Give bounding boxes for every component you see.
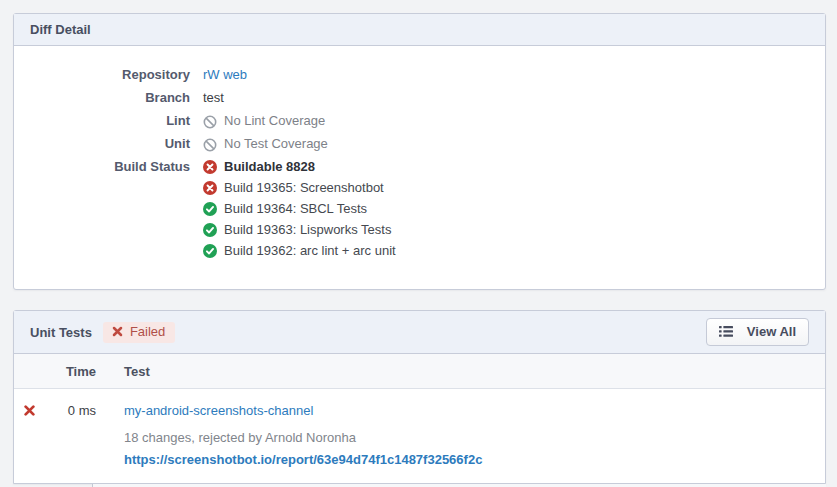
property-row-unit: Unit No Test Coverage xyxy=(14,136,809,152)
build-status-label: Build Status xyxy=(14,159,190,175)
test-name-link[interactable]: my-android-screenshots-channel xyxy=(124,403,313,418)
unit-tests-title: Unit Tests xyxy=(30,325,92,340)
build-name: Build 19362: arc lint + arc unit xyxy=(224,243,396,259)
build-name: Build 19365: Screenshotbot xyxy=(224,180,384,196)
list-icon xyxy=(719,325,733,338)
ban-icon xyxy=(203,138,217,152)
circle-x-icon xyxy=(203,160,217,174)
circle-check-icon xyxy=(203,244,217,258)
circle-check-icon xyxy=(203,223,217,237)
build-item: Build 19363: Lispworks Tests xyxy=(203,222,396,238)
buildable-name: Buildable 8828 xyxy=(224,159,315,175)
lint-label: Lint xyxy=(14,113,190,129)
property-row-build-status: Build Status Buildable 8828 Build 19365:… xyxy=(14,159,809,264)
unit-tests-table-header: Time Test xyxy=(14,354,825,389)
x-icon xyxy=(112,326,123,337)
ban-icon xyxy=(203,115,217,129)
diff-detail-panel: Diff Detail Repository rW web Branch tes… xyxy=(13,13,826,290)
test-time: 0 ms xyxy=(60,403,96,419)
build-item: Buildable 8828 xyxy=(203,159,396,175)
repository-label: Repository xyxy=(14,67,190,83)
unit-tests-panel-header: Unit Tests Failed View All xyxy=(14,311,825,354)
build-item: Build 19362: arc lint + arc unit xyxy=(203,243,396,259)
branch-label: Branch xyxy=(14,90,190,106)
test-detail: 18 changes, rejected by Arnold Noronha xyxy=(124,430,825,445)
build-status-list: Buildable 8828 Build 19365: Screenshotbo… xyxy=(203,159,396,264)
property-row-lint: Lint No Lint Coverage xyxy=(14,113,809,129)
unit-label: Unit xyxy=(14,136,190,152)
diff-detail-body: Repository rW web Branch test Lint No Li… xyxy=(14,46,825,289)
view-all-label: View All xyxy=(747,324,796,339)
property-row-branch: Branch test xyxy=(14,90,809,106)
column-header-test: Test xyxy=(96,364,825,379)
table-row: 0 ms my-android-screenshots-channel 18 c… xyxy=(14,389,825,483)
x-icon xyxy=(24,405,35,416)
failed-badge: Failed xyxy=(103,322,175,343)
unit-value: No Test Coverage xyxy=(224,136,328,152)
report-url-link[interactable]: https://screenshotbot.io/report/63e94d74… xyxy=(124,452,482,467)
circle-check-icon xyxy=(203,202,217,216)
failed-badge-label: Failed xyxy=(130,325,165,339)
circle-x-icon xyxy=(203,181,217,195)
build-name: Build 19363: Lispworks Tests xyxy=(224,222,391,238)
column-header-time: Time xyxy=(60,364,96,379)
diff-detail-title: Diff Detail xyxy=(30,22,91,37)
diff-detail-panel-header: Diff Detail xyxy=(14,14,825,46)
build-name: Build 19364: SBCL Tests xyxy=(224,201,367,217)
build-item: Build 19364: SBCL Tests xyxy=(203,201,396,217)
branch-value: test xyxy=(203,90,224,106)
property-row-repository: Repository rW web xyxy=(14,67,809,83)
view-all-button[interactable]: View All xyxy=(706,318,809,346)
unit-tests-panel: Unit Tests Failed View All Time Test 0 m… xyxy=(13,310,826,484)
repository-link[interactable]: rW web xyxy=(203,67,247,83)
lint-value: No Lint Coverage xyxy=(224,113,325,129)
build-item: Build 19365: Screenshotbot xyxy=(203,180,396,196)
